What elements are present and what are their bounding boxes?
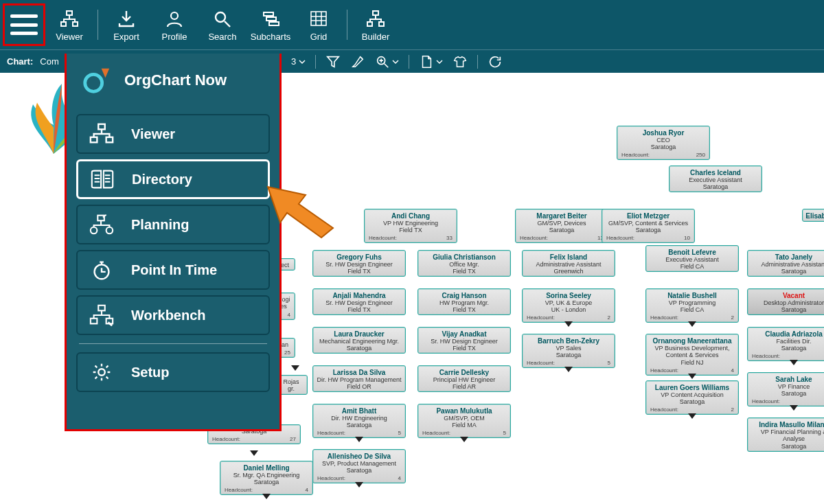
menu-item-planning[interactable]: Planning <box>76 205 270 244</box>
chevron-down-icon <box>436 58 443 65</box>
svg-rect-11 <box>379 22 384 26</box>
svg-rect-1 <box>61 22 66 26</box>
expander-icon[interactable] <box>355 482 363 488</box>
expander-icon[interactable] <box>790 360 798 365</box>
refresh-icon[interactable] <box>488 54 503 69</box>
card-craig[interactable]: Craig HansonHW Program Mgr.Field TX <box>417 288 511 315</box>
svg-rect-22 <box>98 306 105 311</box>
card-sorina[interactable]: Sorina SeeleyVP, UK & EuropeUK - LondonH… <box>522 288 615 323</box>
expander-icon[interactable] <box>291 365 299 371</box>
card-amit[interactable]: Amit BhattDir. HW EngineeringSaratogaHea… <box>312 404 406 438</box>
expander-icon[interactable] <box>250 450 258 456</box>
menu-item-directory[interactable]: Directory <box>76 159 270 199</box>
card-andi[interactable]: Andi ChangVP HW EngineeringField TXHeadc… <box>364 209 457 243</box>
card-benoit[interactable]: Benoit LefevreExecutive AssistantField C… <box>645 245 739 272</box>
separator <box>409 55 409 69</box>
directory-icon <box>89 168 115 191</box>
toolbar-builder[interactable]: Builder <box>352 4 400 45</box>
toolbar-grid[interactable]: Grid <box>295 4 343 45</box>
card-margaret[interactable]: Margaret BeiterGM/SVP, DevicesSaratogaHe… <box>515 209 608 243</box>
card-natalie[interactable]: Natalie BushellVP ProgrammingField CAHea… <box>645 288 739 323</box>
card-charles[interactable]: Charles IcelandExecutive AssistantSarato… <box>669 165 762 192</box>
levels-picker[interactable]: 3 <box>291 56 306 67</box>
builder-label: Builder <box>362 32 389 42</box>
expander-icon[interactable] <box>688 413 696 419</box>
card-barruch[interactable]: Barruch Ben-ZekryVP SalesSaratogaHeadcou… <box>522 334 615 368</box>
svg-rect-9 <box>373 11 378 15</box>
profile-label: Profile <box>162 32 187 42</box>
card-tato[interactable]: Tato JanelyAdministrative AssistantSarat… <box>747 250 824 277</box>
expander-icon[interactable] <box>688 321 696 327</box>
card-felix[interactable]: Felix IslandAdministrative AssistantGree… <box>522 250 615 277</box>
svg-point-14 <box>85 74 102 91</box>
highlight-icon[interactable] <box>350 54 365 69</box>
menu-separator <box>79 343 267 344</box>
svg-rect-10 <box>367 22 372 26</box>
card-eliot[interactable]: Eliot MetzgerGM/SVP, Content & ServicesS… <box>602 209 695 243</box>
chevron-down-icon <box>392 58 399 65</box>
card-allen[interactable]: Allenisheo De SilvaSVP, Product Manageme… <box>312 449 406 483</box>
expander-icon[interactable] <box>564 321 573 327</box>
subcharts-icon <box>260 8 282 30</box>
svg-point-25 <box>98 369 105 376</box>
chart-name[interactable]: Com <box>40 56 58 67</box>
viewer-label: Viewer <box>56 32 83 42</box>
menu-item-viewer[interactable]: Viewer <box>76 114 270 154</box>
card-vacant[interactable]: VacantDesktop AdministratorSaratoga <box>747 288 824 315</box>
card-joshua[interactable]: Joshua RyorCEOSaratogaHeadcount:250 <box>617 126 710 160</box>
toolbar-search[interactable]: Search <box>198 4 247 45</box>
expander-icon[interactable] <box>355 437 363 442</box>
card-lauren[interactable]: Lauren Goers WilliamsVP Content Acquisit… <box>645 380 739 415</box>
card-larissa[interactable]: Larissa Da SilvaDir. HW Program Manageme… <box>312 365 406 392</box>
card-vijay[interactable]: Vijay AnadkatSr. HW Design EngineerField… <box>417 327 511 354</box>
gear-icon <box>89 360 115 384</box>
svg-rect-8 <box>311 12 326 25</box>
svg-point-12 <box>361 57 363 58</box>
menu-item-pointintime[interactable]: Point In Time <box>76 250 270 290</box>
shirt-icon[interactable] <box>453 54 468 69</box>
card-sarah[interactable]: Sarah LakeVP FinanceSaratogaHeadcount:2 <box>747 372 824 406</box>
card-carrie[interactable]: Carrie DelleskyPrincipal HW EngineerFiel… <box>417 365 511 392</box>
expander-icon[interactable] <box>688 374 696 379</box>
toolbar-export[interactable]: Export <box>102 4 150 45</box>
svg-rect-5 <box>264 12 273 16</box>
secondary-toolbar: 3 <box>291 50 530 73</box>
annotation-arrow <box>247 166 336 251</box>
card-ornanong[interactable]: Ornanong ManeerattanaVP Business Develop… <box>645 334 739 376</box>
menu-label: Directory <box>132 172 192 187</box>
toolbar-profile[interactable]: Profile <box>150 4 198 45</box>
svg-rect-17 <box>106 137 113 143</box>
hamburger-icon[interactable] <box>10 14 38 35</box>
zoom-picker[interactable] <box>375 54 399 69</box>
svg-rect-18 <box>98 216 104 221</box>
export-label: Export <box>113 32 139 42</box>
separator <box>477 55 478 69</box>
card-pawan[interactable]: Pawan MulukutlaGM/SVP, OEMField MAHeadco… <box>417 404 511 438</box>
expander-icon[interactable] <box>564 367 573 372</box>
page-picker[interactable] <box>419 54 443 69</box>
menu-item-setup[interactable]: Setup <box>76 352 270 392</box>
separator <box>315 55 316 69</box>
card-elisab[interactable]: Elisab <box>802 209 824 222</box>
expander-icon[interactable] <box>460 437 468 442</box>
svg-point-4 <box>216 12 225 22</box>
builder-icon <box>365 8 387 30</box>
card-claudia[interactable]: Claudia AdriazolaFacilities Dir.Saratoga… <box>747 327 824 361</box>
expander-icon[interactable] <box>262 494 271 499</box>
filter-icon[interactable] <box>325 54 341 69</box>
card-laura[interactable]: Laura DrauckerMechanical Engineering Mgr… <box>312 327 406 354</box>
expander-icon[interactable] <box>790 405 798 411</box>
card-daniel[interactable]: Daniel MellingSr. Mgr. QA EngineeringSar… <box>220 461 313 495</box>
card-giulia[interactable]: Giulia ChristiansonOffice Mgr.Field TX <box>417 250 511 277</box>
page-icon <box>419 54 434 69</box>
topbar: Viewer Export Profile Search Subcharts G… <box>0 0 824 49</box>
subcharts-label: Subcharts <box>251 32 291 42</box>
menu-item-workbench[interactable]: Workbench <box>76 295 270 335</box>
card-indira[interactable]: Indira Masullo MilanoVP Financial Planni… <box>747 417 824 452</box>
toolbar-subcharts[interactable]: Subcharts <box>247 4 295 45</box>
viewer-icon <box>89 122 115 146</box>
toolbar-viewer[interactable]: Viewer <box>45 4 93 45</box>
svg-point-19 <box>91 227 98 234</box>
card-anjali[interactable]: Anjali MahendraSr. HW Design EngineerFie… <box>312 288 406 315</box>
card-gregory[interactable]: Gregory FuhsSr. HW Design EngineerField … <box>312 250 406 277</box>
